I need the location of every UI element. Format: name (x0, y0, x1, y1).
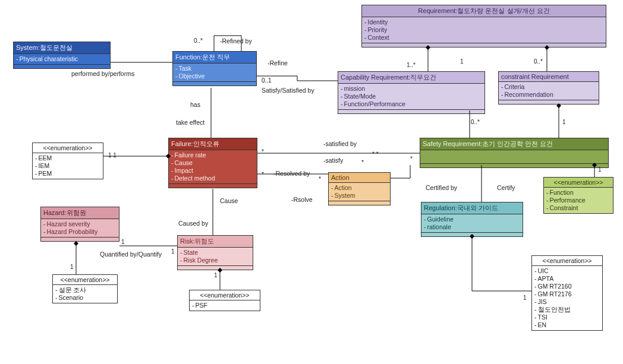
attr: Function (546, 189, 611, 197)
mult: 1 (70, 264, 74, 270)
attr: Function/Performance (341, 100, 482, 108)
attr: Identity (364, 18, 603, 26)
lbl-performed: performed by/performs (71, 70, 134, 77)
mult: 1 (171, 248, 175, 255)
class-requirement: Requirement:철도차량 운전실 설개/개선 요건 Identity P… (361, 5, 606, 48)
class-capability-title: Capability Requirement:직무요건 (338, 72, 484, 84)
class-system: System:철도운전실 Physical charateristic (13, 42, 111, 69)
mult: 1 1 (108, 152, 117, 159)
mult: 1 (460, 58, 464, 65)
attr: EN (534, 321, 600, 329)
mult: * (410, 156, 413, 162)
mult: 0..1 (262, 77, 272, 84)
attr: Hazard Probability (43, 228, 117, 236)
attr: Recommendation (501, 91, 596, 99)
mult: 1 (523, 295, 527, 301)
mult: 0..* (194, 37, 203, 44)
attr: Hazard severity (43, 220, 117, 228)
attr: Objective (175, 72, 254, 80)
attr: rationale (424, 223, 520, 231)
attr: UIC (534, 267, 600, 275)
class-regulation-title: Regulation:국내외 가이드 (421, 202, 523, 214)
attr: IEM (35, 162, 100, 170)
lbl-satisfied: Satisfy/Satisfied by (262, 87, 314, 94)
stereotype: <<enumeration>> (544, 178, 613, 188)
mult: 1 (121, 239, 125, 245)
lbl-has: has (190, 101, 200, 108)
class-enum-std: <<enumeration>> UIC APTA GM RT2160 GM RT… (531, 255, 603, 331)
class-requirement-title: Requirement:철도차량 운전실 설개/개선 요건 (362, 5, 606, 17)
class-enum-fpc: <<enumeration>> Function Performance Con… (543, 177, 613, 214)
attr: Scenario (55, 294, 115, 302)
attr: TSI (534, 314, 600, 321)
lbl-certby: Certified by (426, 184, 457, 191)
stereotype: <<enumeration>> (190, 290, 260, 300)
class-failure: Failure:인적오류 Failure rate Cause Impact D… (168, 138, 257, 188)
mult: * (262, 148, 264, 155)
attr: Task (175, 65, 254, 72)
mult: * (262, 171, 264, 178)
stereotype: <<enumeration>> (53, 275, 117, 285)
class-action-title: Action (329, 173, 390, 183)
attr: State (180, 249, 250, 257)
lbl-cert: Certify (497, 184, 515, 191)
class-risk: Risk:위험도 State Risk Degree (177, 235, 253, 270)
attr: Guideline (424, 216, 520, 223)
attr: Criteria (501, 83, 596, 91)
mult: 0..* (534, 58, 543, 65)
lbl-caused: Caused by (178, 220, 208, 227)
attr: Performance (546, 197, 611, 204)
attr: Detect method (171, 175, 254, 182)
lbl-take: take effect (176, 119, 204, 126)
class-risk-title: Risk:위험도 (178, 236, 253, 248)
attr: APTA (534, 275, 600, 283)
class-failure-title: Failure:인적오류 (169, 138, 257, 150)
class-capability: Capability Requirement:직무요건 mission Stat… (338, 71, 485, 114)
attr: Priority (364, 26, 603, 34)
attr: System (331, 192, 388, 200)
attr: Physical charateristic (16, 55, 108, 63)
attr: Context (364, 34, 603, 42)
mult: 1 (598, 166, 602, 173)
mult: * (319, 176, 321, 182)
class-system-title: System:철도운전실 (14, 42, 110, 54)
attr: JIS (534, 298, 600, 306)
lbl-cause: Cause (220, 197, 238, 204)
stereotype: <<enumeration>> (532, 256, 602, 266)
mult: 1..* (407, 62, 416, 68)
class-function: Function:운전 직무 Task Objective (172, 51, 257, 86)
attr: EEM (35, 154, 100, 162)
stereotype: <<enumeration>> (33, 143, 103, 153)
class-constraint-title: constraint Requirement (499, 72, 599, 82)
attr: GM RT2176 (534, 290, 600, 298)
class-safety-title: Safety Requirement:초기 인간공학 안전 요건 (420, 138, 608, 150)
attr: Cause (171, 159, 254, 167)
attr: PSF (192, 302, 257, 309)
lbl-refine: -Refine (268, 59, 288, 67)
class-constraint: constraint Requirement Criteria Recommen… (498, 71, 599, 105)
class-enum-eem: <<enumeration>> EEM IEM PEM (32, 143, 103, 179)
class-enum-psf: <<enumeration>> PSF (189, 290, 260, 311)
attr: GM RT2160 (534, 283, 600, 290)
class-hazard-title: Hazard:위험원 (41, 207, 119, 219)
class-function-title: Function:운전 직무 (173, 52, 256, 64)
attr: Failure rate (171, 151, 254, 159)
attr: Constraint (546, 204, 611, 212)
lbl-sat: -satisfy (323, 157, 343, 164)
lbl-resolved: -Resolved by (273, 170, 310, 177)
lbl-resolve: -Rsolve (291, 196, 313, 203)
attr: 철도안전법 (534, 306, 600, 314)
attr: 설문 조사 (55, 286, 115, 294)
attr: Impact (171, 167, 254, 175)
attr: Action (331, 184, 388, 192)
mult: * (361, 159, 364, 166)
lbl-satby: -satisfied by (323, 140, 357, 147)
lbl-refined: -Refined by (220, 37, 252, 45)
class-safety: Safety Requirement:초기 인간공학 안전 요건 (420, 138, 609, 168)
attr: PEM (35, 170, 100, 178)
attr: State/Mode (341, 93, 482, 100)
class-action: Action Action System (328, 172, 391, 205)
diagram-canvas: System:철도운전실 Physical charateristic Func… (0, 0, 623, 364)
mult: 1 (214, 272, 218, 278)
attr: mission (341, 85, 482, 93)
